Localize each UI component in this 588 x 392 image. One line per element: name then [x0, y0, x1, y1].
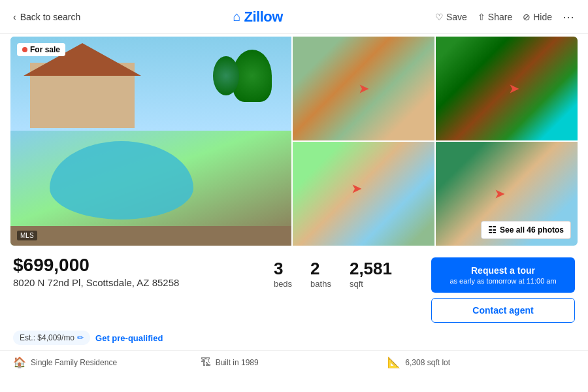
save-label: Save	[446, 12, 467, 22]
back-chevron-icon: ‹	[13, 12, 16, 22]
contact-panel: Request a tour as early as tomorrow at 1…	[431, 257, 575, 323]
request-tour-button[interactable]: Request a tour as early as tomorrow at 1…	[431, 257, 575, 293]
lot-label: 6,308 sqft lot	[405, 358, 450, 367]
property-type-item: 🏠 Single Family Residence	[13, 356, 201, 368]
photo-grid: For sale MLS ➤ ➤ ➤ ➤ ☷ See all 46 photo	[0, 37, 588, 246]
contact-agent-button[interactable]: Contact agent	[431, 298, 575, 323]
share-button[interactable]: ⇧ Share	[478, 12, 512, 22]
baths-stat: 2 baths	[310, 259, 331, 289]
see-all-label: See all 46 photos	[500, 225, 564, 235]
edit-icon[interactable]: ✏	[77, 333, 84, 342]
prequalify-link[interactable]: Get pre-qualified	[95, 333, 163, 343]
estimate-label: Est.: $4,009/mo	[20, 333, 74, 342]
home-icon: 🏠	[13, 356, 26, 368]
built-year-item: 🏗 Built in 1989	[201, 356, 388, 368]
details-row: 🏠 Single Family Residence 🏗 Built in 198…	[0, 350, 588, 368]
mls-badge: MLS	[17, 231, 37, 240]
property-main: $699,000 8020 N 72nd Pl, Scottsdale, AZ …	[13, 255, 221, 288]
property-section: $699,000 8020 N 72nd Pl, Scottsdale, AZ …	[0, 246, 588, 329]
share-label: Share	[488, 12, 512, 22]
property-price: $699,000	[13, 255, 221, 276]
tour-label: Request a tour	[471, 265, 535, 276]
photo-tile-1[interactable]: ➤	[293, 37, 434, 140]
zillow-logo-text: Zillow	[244, 8, 282, 25]
hide-icon: ⊘	[523, 12, 531, 22]
beds-number: 3	[274, 259, 292, 279]
header-actions: ♡ Save ⇧ Share ⊘ Hide ⋯	[435, 10, 575, 24]
baths-label: baths	[310, 279, 331, 289]
tour-sublabel: as early as tomorrow at 11:00 am	[442, 277, 564, 285]
for-sale-badge: For sale	[17, 43, 65, 56]
property-stats: 3 beds 2 baths 2,581 sqft	[235, 255, 418, 289]
main-photo[interactable]: For sale MLS	[10, 37, 291, 246]
beds-stat: 3 beds	[274, 259, 292, 289]
sqft-stat: 2,581 sqft	[350, 259, 392, 289]
contact-label: Contact agent	[472, 305, 533, 316]
property-type-label: Single Family Residence	[31, 358, 117, 367]
built-label: Built in 1989	[216, 358, 259, 367]
grid-icon: ☷	[488, 225, 497, 235]
heart-icon: ♡	[435, 12, 444, 22]
baths-number: 2	[310, 259, 331, 279]
secondary-photos: ➤ ➤ ➤ ➤ ☷ See all 46 photos	[293, 37, 578, 246]
more-options-button[interactable]: ⋯	[563, 10, 575, 24]
sqft-label: sqft	[350, 279, 392, 289]
photo-tile-4[interactable]: ➤ ☷ See all 46 photos	[436, 142, 578, 246]
estimate-badge: Est.: $4,009/mo ✏	[13, 331, 90, 345]
beds-label: beds	[274, 279, 292, 289]
zillow-logo: ⌂ Zillow	[233, 8, 282, 25]
for-sale-dot	[22, 47, 27, 52]
photo-tile-3[interactable]: ➤	[293, 142, 434, 246]
sqft-number: 2,581	[350, 259, 392, 279]
hide-button[interactable]: ⊘ Hide	[523, 12, 552, 22]
share-icon: ⇧	[478, 12, 485, 22]
estimate-row: Est.: $4,009/mo ✏ Get pre-qualified	[0, 331, 588, 345]
property-address: 8020 N 72nd Pl, Scottsdale, AZ 85258	[13, 277, 221, 288]
calendar-icon: 🏗	[201, 357, 211, 368]
hide-label: Hide	[533, 12, 552, 22]
for-sale-label: For sale	[30, 45, 60, 54]
save-button[interactable]: ♡ Save	[435, 12, 467, 22]
back-button[interactable]: ‹ Back to search	[13, 12, 80, 22]
lot-size-item: 📐 6,308 sqft lot	[387, 356, 575, 368]
photo-tile-2[interactable]: ➤	[436, 37, 578, 140]
back-label: Back to search	[20, 12, 81, 22]
zillow-logo-icon: ⌂	[233, 9, 240, 24]
see-all-photos-button[interactable]: ☷ See all 46 photos	[481, 221, 571, 239]
lot-icon: 📐	[387, 356, 400, 368]
